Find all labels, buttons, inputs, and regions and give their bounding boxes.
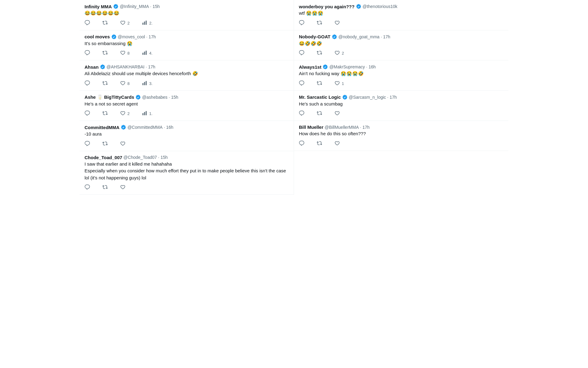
verified-badge	[113, 4, 119, 9]
like-button[interactable]	[334, 140, 340, 147]
reply-button[interactable]	[299, 110, 304, 117]
retweet-icon	[102, 50, 108, 56]
like-button[interactable]: 1	[334, 80, 344, 87]
tweet-body: I saw that earlier and it killed me haha…	[85, 161, 289, 182]
tweet-handle: @MakrSupremacy	[329, 64, 365, 69]
like-icon	[120, 50, 126, 56]
tweet-header: Ahsan @AHSANKHARBAI · 17h	[85, 64, 289, 70]
tweet-dot: ·	[169, 95, 170, 100]
retweet-button[interactable]	[102, 184, 108, 191]
tweet-username: Ahsan	[85, 64, 99, 70]
svg-rect-2	[146, 21, 147, 25]
like-button[interactable]	[120, 184, 126, 191]
tweet-username: Nobody-GOAT	[299, 34, 330, 39]
like-button[interactable]: 8	[120, 80, 130, 87]
tweet-time: 15h	[171, 95, 178, 100]
retweet-button[interactable]	[317, 50, 322, 56]
retweet-button[interactable]	[102, 141, 108, 147]
retweet-icon	[102, 141, 108, 147]
like-button[interactable]: 8	[120, 50, 130, 56]
tweet-body: -10 aura	[85, 131, 289, 138]
tweet-header: Ashe 🥛 BigTittyCards @ashebabes · 15h	[85, 94, 289, 100]
tweet-username: Bill Mueller	[299, 125, 323, 130]
tweet-ahsan: Ahsan @AHSANKHARBAI · 17h Ali Abdelaziz …	[80, 60, 294, 91]
tweet-actions: 2 2.	[85, 20, 289, 26]
verified-badge	[332, 34, 337, 40]
reply-button[interactable]	[85, 110, 90, 117]
verified-badge	[322, 64, 328, 70]
tweet-dot: ·	[381, 34, 382, 39]
like-icon	[120, 184, 126, 191]
like-button[interactable]: 2	[120, 110, 130, 117]
tweet-header: Bill Mueller @BillMuellerMMA · 17h	[299, 125, 503, 130]
tweet-username: Mr. Sarcastic Logic	[299, 94, 341, 100]
retweet-button[interactable]	[317, 80, 322, 87]
reply-button[interactable]	[85, 50, 90, 56]
tweet-handle: @AHSANKHARBAI	[107, 64, 145, 69]
stats-icon	[142, 20, 147, 26]
stats-button[interactable]: 1.	[142, 110, 153, 117]
retweet-button[interactable]	[317, 140, 322, 147]
tweet-username: cool moves	[85, 34, 110, 39]
reply-button[interactable]	[299, 50, 304, 56]
tweet-body: Ain't no fucking way 😭😭😭🤣	[299, 70, 503, 77]
retweet-icon	[102, 110, 108, 117]
stats-icon	[142, 80, 147, 87]
tweet-body: 😂🤣🤣🤣	[299, 40, 503, 47]
like-icon	[120, 141, 126, 147]
tweet-username: wonderboy you again???	[299, 4, 355, 9]
like-icon	[334, 110, 340, 117]
reply-button[interactable]	[85, 184, 90, 191]
tweet-username: Ashe 🥛 BigTittyCards	[85, 94, 134, 100]
tweet-dot: ·	[360, 125, 361, 130]
like-count: 8	[127, 51, 130, 56]
tweet-committed-mma: CommittedMMA @CommittedMMA · 16h -10 aur…	[80, 121, 294, 151]
retweet-button[interactable]	[102, 110, 108, 117]
like-count: 2	[342, 51, 344, 56]
reply-button[interactable]	[299, 80, 304, 87]
reply-icon	[299, 20, 304, 26]
stats-button[interactable]: 2.	[142, 20, 153, 26]
tweet-actions: 1	[299, 80, 503, 87]
reply-button[interactable]	[85, 141, 90, 147]
retweet-button[interactable]	[102, 20, 108, 26]
reply-button[interactable]	[299, 140, 304, 147]
like-button[interactable]: 2	[120, 20, 130, 26]
tweet-body: How does he do this so often???	[299, 130, 503, 137]
reply-button[interactable]	[299, 20, 304, 26]
reply-button[interactable]	[85, 20, 90, 26]
stats-button[interactable]: 4.	[142, 50, 153, 56]
like-button[interactable]: 2	[334, 50, 344, 56]
tweet-time: 17h	[149, 34, 156, 39]
tweet-nobody-goat: Nobody-GOAT @nobody_goat_mma · 17h 😂🤣🤣🤣 …	[294, 30, 508, 61]
retweet-button[interactable]	[317, 20, 322, 26]
retweet-button[interactable]	[102, 50, 108, 56]
right-column: wonderboy you again??? @thenotorious10k …	[294, 0, 508, 195]
tweet-dot: ·	[150, 4, 151, 9]
svg-rect-6	[142, 83, 143, 85]
tweet-actions	[85, 141, 289, 147]
like-button[interactable]	[120, 141, 126, 147]
tweet-handle: @ashebabes	[142, 95, 168, 100]
tweet-body: It's so embarrassing 😭	[85, 40, 289, 47]
tweet-ashe: Ashe 🥛 BigTittyCards @ashebabes · 15h He…	[80, 91, 294, 121]
retweet-icon	[102, 184, 108, 191]
tweet-actions	[85, 184, 289, 191]
reply-button[interactable]	[85, 80, 90, 87]
tweet-username: Always1st	[299, 64, 321, 70]
verified-badge	[111, 34, 117, 40]
retweet-button[interactable]	[317, 110, 322, 117]
retweet-icon	[317, 20, 322, 26]
stats-button[interactable]: 3.	[142, 80, 153, 87]
tweet-header: cool moves @moves_cool · 17h	[85, 34, 289, 40]
tweet-cool-moves: cool moves @moves_cool · 17h It's so emb…	[80, 30, 294, 61]
verified-badge	[356, 4, 361, 9]
tweet-actions	[299, 110, 503, 117]
retweet-button[interactable]	[102, 80, 108, 87]
tweet-time: 16h	[368, 64, 375, 69]
like-button[interactable]	[334, 110, 340, 117]
verified-badge	[100, 64, 105, 70]
like-button[interactable]	[334, 20, 340, 26]
tweet-chode-toad: Chode_Toad_007 @Chode_Toad07 · 15h I saw…	[80, 151, 294, 195]
tweet-handle: @thenotorious10k	[363, 4, 398, 9]
